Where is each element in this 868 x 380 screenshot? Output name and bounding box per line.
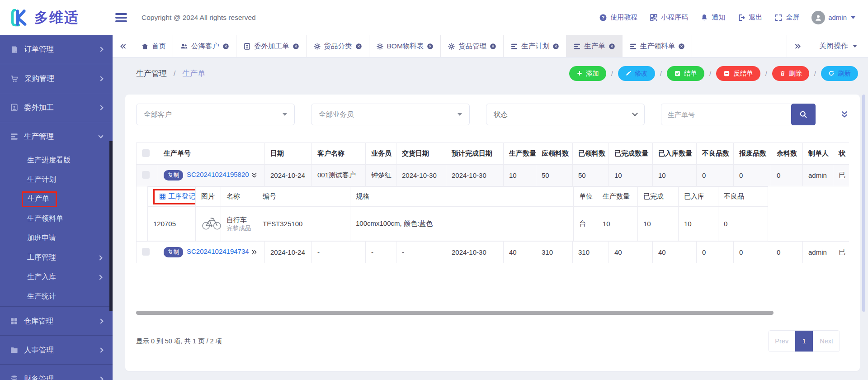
col-salesman: 业务员	[366, 143, 396, 165]
collapse-row-icon[interactable]	[251, 172, 258, 179]
product-image-bicycle[interactable]	[201, 215, 221, 231]
fullscreen-link[interactable]: 全屏	[774, 13, 799, 22]
cell-scrapped-link[interactable]: 0	[734, 242, 771, 263]
notifications-link[interactable]: 退出 通知	[700, 13, 725, 22]
chevron-right-icon	[98, 376, 103, 380]
next-page-button[interactable]: Next	[813, 331, 840, 352]
sidebar-item-production-plan[interactable]: 生产计划	[0, 170, 113, 190]
sidebar-item-production[interactable]: 生产管理	[0, 122, 113, 151]
edit-button[interactable]: 修改	[618, 66, 655, 81]
sidebar-item-outsourcing[interactable]: 委外加工	[0, 93, 113, 122]
sidebar-item-orders[interactable]: 订单管理	[0, 35, 113, 64]
person-icon	[814, 14, 822, 22]
sidebar-item-finance[interactable]: 财务管理	[0, 364, 113, 380]
page-1-button[interactable]: 1	[795, 331, 813, 352]
close-tab-icon[interactable]	[609, 43, 615, 50]
cell-scrapped-link[interactable]: 0	[734, 165, 771, 186]
add-button[interactable]: 添加	[569, 66, 606, 81]
close-tab-icon[interactable]	[427, 43, 434, 50]
copy-badge[interactable]: 复制	[164, 170, 183, 180]
sidebar-item-production-picking[interactable]: 生产领料单	[0, 209, 113, 228]
cell-surplus-link[interactable]: 0	[771, 165, 803, 186]
advanced-filter-toggle[interactable]	[840, 110, 849, 119]
tab-outsourcing-order[interactable]: 委外加工单	[236, 35, 307, 57]
close-order-button[interactable]: 结单	[667, 66, 704, 81]
order-no-link[interactable]: SC20241024195820	[187, 171, 249, 178]
expand-row-icon[interactable]	[251, 249, 258, 256]
sidebar-item-production-inbound[interactable]: 生产入库	[0, 267, 113, 287]
sidebar-item-warehouse[interactable]: 仓库管理	[0, 306, 113, 335]
customer-filter-select[interactable]: 全部客户	[136, 104, 295, 125]
order-row: 复制SC20241024195820 2024-10-24 001测试客户 钟楚…	[137, 165, 849, 186]
horizontal-scrollbar[interactable]	[136, 311, 774, 315]
close-operations-dropdown[interactable]: 关闭操作	[808, 35, 868, 57]
cell-completed-link[interactable]: 10	[609, 165, 653, 186]
close-tab-icon[interactable]	[292, 43, 299, 50]
sidebar-item-production-order[interactable]: 生产单	[0, 190, 113, 209]
tab-home[interactable]: 首页	[134, 35, 173, 57]
tab-production-plan[interactable]: 生产计划	[504, 35, 566, 57]
delete-button[interactable]: 删除	[772, 66, 809, 81]
fullscreen-icon	[774, 14, 783, 22]
tab-production-order[interactable]: 生产单	[566, 35, 623, 57]
sidebar-item-hr[interactable]: 人事管理	[0, 335, 113, 364]
miniprogram-qr-link[interactable]: 小程序码	[650, 13, 688, 22]
tabs-scroll-left-button[interactable]	[113, 35, 134, 57]
tab-goods-management[interactable]: 货品管理	[441, 35, 504, 57]
cell-defective-link[interactable]: 0	[697, 242, 734, 263]
status-filter-select[interactable]: 状态	[486, 104, 645, 125]
sidebar-item-overtime-request[interactable]: 加班申请	[0, 228, 113, 248]
close-tab-icon[interactable]	[355, 43, 362, 50]
row-checkbox[interactable]	[142, 171, 150, 179]
cell-creator: admin	[803, 165, 833, 186]
list-icon	[573, 43, 581, 50]
cell-completed-link[interactable]: 40	[609, 242, 653, 263]
refresh-button[interactable]: 刷新	[821, 66, 858, 81]
logout-link[interactable]: 退出	[737, 13, 762, 22]
caret-down-icon	[458, 113, 462, 116]
tab-production-picking[interactable]: 生产领料单	[623, 35, 693, 57]
select-all-checkbox[interactable]	[142, 149, 150, 157]
close-tab-icon[interactable]	[552, 43, 559, 50]
tutorial-link[interactable]: ? 使用教程	[599, 13, 637, 22]
item-sku: TEST325100	[257, 207, 350, 241]
row-checkbox[interactable]	[142, 248, 150, 256]
cell-surplus-link[interactable]: 0	[771, 242, 803, 263]
close-tab-icon[interactable]	[678, 43, 685, 50]
subcol-defective: 不良品	[718, 187, 768, 207]
salesman-filter-select[interactable]: 全部业务员	[311, 104, 470, 125]
prev-page-button[interactable]: Prev	[769, 331, 795, 352]
cell-mat-received-link[interactable]: 50	[573, 165, 609, 186]
chevron-down-icon	[98, 133, 103, 138]
tab-goods-category[interactable]: 货品分类	[307, 35, 369, 57]
search-button[interactable]	[791, 104, 816, 125]
tab-bom-materials[interactable]: BOM物料表	[369, 35, 441, 57]
process-register-link[interactable]: 工序登记	[159, 192, 195, 201]
users-icon	[180, 42, 188, 50]
cell-in-stock-link[interactable]: 40	[653, 242, 697, 263]
tabs-scroll-right-button[interactable]	[787, 35, 808, 57]
close-tab-icon[interactable]	[490, 43, 496, 50]
chevron-right-icon	[97, 275, 102, 280]
tab-public-customers[interactable]: 公海客户	[173, 35, 236, 57]
col-status: 状	[833, 143, 849, 165]
copy-badge[interactable]: 复制	[164, 247, 183, 257]
subcol-name: 名称	[221, 187, 257, 207]
sidebar-item-purchasing[interactable]: 采购管理	[0, 64, 113, 93]
order-no-link[interactable]: SC20241024194734	[187, 247, 249, 255]
sidebar-item-process-management[interactable]: 工序管理	[0, 248, 113, 267]
order-no-search-input[interactable]	[661, 104, 792, 125]
list-icon	[10, 132, 19, 141]
sidebar-scrollbar[interactable]	[109, 141, 113, 311]
menu-toggle-icon[interactable]	[115, 13, 127, 22]
item-defective: 0	[718, 207, 768, 241]
close-tab-icon[interactable]	[222, 43, 229, 50]
sidebar-item-production-board[interactable]: 生产进度看版	[0, 151, 113, 170]
cell-mat-received-link[interactable]: 310	[573, 242, 609, 263]
cell-defective-link[interactable]: 0	[697, 165, 734, 186]
cell-in-stock-link[interactable]: 10	[653, 165, 697, 186]
panel-right-scrollbar[interactable]	[862, 95, 865, 312]
user-menu[interactable]: admin	[811, 11, 855, 24]
sidebar-item-production-stats[interactable]: 生产统计	[0, 287, 113, 306]
reopen-order-button[interactable]: 反结单	[716, 66, 760, 81]
